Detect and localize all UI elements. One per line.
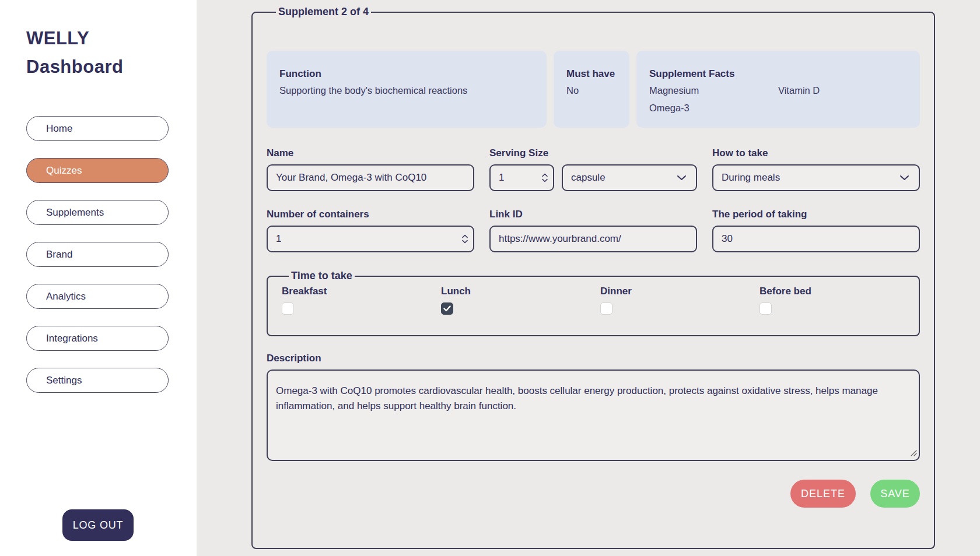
- form-row-1: Name Serving Size 1 capsule: [267, 147, 920, 191]
- must-have-card-title: Must have: [566, 68, 617, 80]
- sidebar-item-label: Quizzes: [46, 165, 82, 177]
- logout-button[interactable]: LOG OUT: [62, 509, 134, 541]
- sidebar-item-integrations[interactable]: Integrations: [26, 326, 169, 351]
- info-cards: Function Supporting the body's biochemic…: [267, 51, 920, 128]
- before-bed-label: Before bed: [760, 286, 919, 297]
- supplement-form-legend: Supplement 2 of 4: [276, 6, 371, 18]
- supplement-facts-card: Supplement Facts Magnesium Vitamin D Ome…: [636, 51, 920, 128]
- name-label: Name: [267, 147, 474, 159]
- option-before-bed: Before bed: [760, 286, 919, 315]
- function-card: Function Supporting the body's biochemic…: [267, 51, 547, 128]
- lunch-checkbox[interactable]: [441, 302, 453, 315]
- supplement-fact-item: Omega-3: [649, 103, 778, 114]
- resize-grip-icon[interactable]: [911, 448, 917, 459]
- chevron-down-icon: [900, 175, 909, 181]
- sidebar-item-label: Analytics: [46, 291, 86, 302]
- description-textarea[interactable]: Omega-3 with CoQ10 promotes cardiovascul…: [267, 370, 920, 461]
- time-to-take-group: Time to take Breakfast Lunch Dinner: [267, 270, 920, 336]
- save-button[interactable]: SAVE: [870, 480, 920, 508]
- period-label: The period of taking: [712, 209, 920, 220]
- how-to-take-field-group: How to take During meals: [712, 147, 920, 191]
- description-field-group: Description Omega-3 with CoQ10 promotes …: [267, 353, 920, 463]
- checkmark-icon: [443, 305, 451, 312]
- function-card-title: Function: [279, 68, 534, 80]
- function-card-value: Supporting the body's biochemical reacti…: [279, 85, 534, 96]
- chevron-down-icon: [677, 175, 687, 181]
- serving-size-field-group: Serving Size 1 capsule: [489, 147, 697, 191]
- sidebar-item-label: Settings: [46, 375, 82, 386]
- main-content: Supplement 2 of 4 Function Supporting th…: [197, 0, 980, 556]
- sidebar-item-analytics[interactable]: Analytics: [26, 284, 169, 309]
- containers-value: 1: [276, 233, 281, 245]
- sidebar-item-supplements[interactable]: Supplements: [26, 200, 169, 225]
- sidebar-item-brand[interactable]: Brand: [26, 242, 169, 267]
- form-actions: DELETE SAVE: [267, 480, 920, 508]
- serving-size-amount-value: 1: [499, 172, 504, 184]
- supplement-form: Supplement 2 of 4 Function Supporting th…: [251, 6, 935, 549]
- link-id-field-group: Link ID: [489, 209, 697, 252]
- app-title: WELLY Dashboard: [26, 24, 197, 82]
- dinner-label: Dinner: [600, 286, 760, 297]
- supplement-facts-title: Supplement Facts: [649, 68, 907, 80]
- option-breakfast: Breakfast: [282, 286, 441, 315]
- how-to-take-value: During meals: [722, 172, 780, 184]
- sidebar: WELLY Dashboard Home Quizzes Supplements…: [0, 0, 197, 556]
- period-field-group: The period of taking: [712, 209, 920, 252]
- option-dinner: Dinner: [600, 286, 760, 315]
- containers-field-group: Number of containers 1: [267, 209, 474, 252]
- breakfast-checkbox[interactable]: [282, 302, 294, 315]
- sidebar-item-label: Home: [46, 123, 72, 135]
- must-have-card: Must have No: [554, 51, 629, 128]
- containers-label: Number of containers: [267, 209, 474, 220]
- lunch-label: Lunch: [441, 286, 600, 297]
- sidebar-item-label: Brand: [46, 249, 72, 261]
- app-title-line2: Dashboard: [26, 53, 197, 82]
- breakfast-label: Breakfast: [282, 286, 441, 297]
- serving-size-unit-value: capsule: [571, 172, 606, 184]
- form-row-2: Number of containers 1 Link ID The perio…: [267, 209, 920, 252]
- serving-size-unit-select[interactable]: capsule: [562, 164, 697, 191]
- delete-button[interactable]: DELETE: [790, 480, 856, 508]
- stepper-arrows-icon[interactable]: [461, 234, 468, 245]
- name-input[interactable]: [267, 164, 474, 191]
- serving-size-label: Serving Size: [489, 147, 697, 159]
- must-have-card-value: No: [566, 85, 617, 96]
- sidebar-item-settings[interactable]: Settings: [26, 368, 169, 393]
- link-id-input[interactable]: [489, 226, 697, 252]
- time-to-take-options: Breakfast Lunch Dinner: [282, 286, 919, 315]
- supplement-fact-item: Magnesium: [649, 85, 778, 96]
- sidebar-item-label: Supplements: [46, 207, 104, 219]
- time-to-take-legend: Time to take: [289, 270, 355, 282]
- option-lunch: Lunch: [441, 286, 600, 315]
- stepper-arrows-icon[interactable]: [541, 173, 548, 184]
- before-bed-checkbox[interactable]: [760, 302, 772, 315]
- dinner-checkbox[interactable]: [600, 302, 612, 315]
- period-input[interactable]: [712, 226, 920, 252]
- sidebar-item-quizzes[interactable]: Quizzes: [26, 158, 169, 183]
- name-field-group: Name: [267, 147, 474, 191]
- serving-size-amount-stepper[interactable]: 1: [489, 164, 554, 191]
- sidebar-nav: Home Quizzes Supplements Brand Analytics…: [26, 116, 169, 393]
- description-label: Description: [267, 353, 920, 364]
- sidebar-item-label: Integrations: [46, 333, 98, 344]
- containers-stepper[interactable]: 1: [267, 226, 474, 252]
- link-id-label: Link ID: [489, 209, 697, 220]
- how-to-take-select[interactable]: During meals: [712, 164, 920, 191]
- sidebar-item-home[interactable]: Home: [26, 116, 169, 141]
- supplement-facts-list: Magnesium Vitamin D Omega-3: [649, 85, 907, 114]
- how-to-take-label: How to take: [712, 147, 920, 159]
- app-title-line1: WELLY: [26, 24, 197, 53]
- supplement-fact-item: Vitamin D: [778, 85, 907, 96]
